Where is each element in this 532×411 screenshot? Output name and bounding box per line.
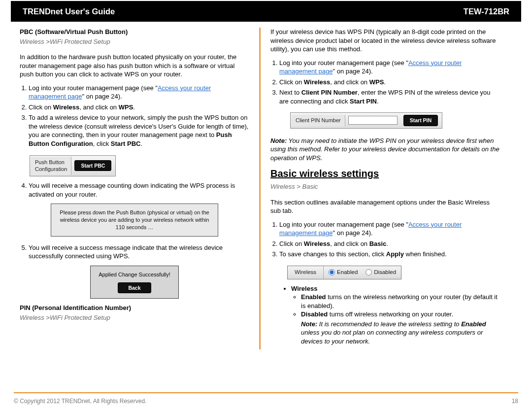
pbc-step-3: To add a wireless device to your network… (29, 113, 249, 148)
basic-steps: Log into your router management page (se… (270, 220, 500, 259)
pbc-intro: In addition to the hardware push button … (20, 53, 249, 79)
pin-intro: If your wireless device has WPS PIN (typ… (270, 28, 500, 54)
client-pin-label: Client PIN Number (292, 115, 345, 126)
pin-breadcrumb: Wireless >WiFi Protected Setup (20, 313, 249, 322)
pbc-steps: Log into your router management page (se… (20, 84, 249, 148)
pbc-step-2: Click on Wireless, and click on WPS. (29, 103, 249, 112)
back-button[interactable]: Back (118, 282, 151, 293)
basic-intro: This section outlines available manageme… (270, 198, 500, 215)
pbc-steps-cont2: You will receive a success message indic… (20, 243, 249, 261)
pbc-step-4: You will receive a message counting down… (29, 181, 249, 199)
pbc-step-1: Log into your router management page (se… (29, 84, 249, 101)
pin-step-2: Click on Wireless, and click on WPS. (279, 78, 500, 87)
pin-note: Note: You may need to initiate the WPS P… (270, 137, 500, 163)
enabled-bullet: Enabled turns on the wireless networking… (301, 293, 500, 310)
start-pin-button[interactable]: Start PIN (403, 115, 438, 126)
wireless-bullets: Wireless Enabled turns on the wireless n… (270, 284, 500, 346)
page-header: TRENDnet User's Guide TEW-712BR (11, 0, 521, 22)
left-column: PBC (Software/Virtual Push Button) Wirel… (14, 28, 255, 349)
page-number: 18 (512, 397, 518, 405)
wireless-toggle-label: Wireless (288, 266, 324, 279)
model-number: TEW-712BR (464, 6, 509, 17)
start-pbc-button[interactable]: Start PBC (74, 160, 111, 171)
enabled-radio-input[interactable] (329, 269, 335, 275)
content-columns: PBC (Software/Virtual Push Button) Wirel… (0, 22, 532, 349)
right-column: If your wireless device has WPS PIN (typ… (265, 28, 506, 349)
pin-step-1: Log into your router management page (se… (279, 59, 500, 76)
client-pin-panel: Client PIN Number Start PIN (290, 112, 442, 128)
success-panel: Applied Change Successfully! Back (90, 266, 179, 299)
column-divider (259, 28, 261, 349)
basic-wireless-heading: Basic wireless settings (270, 167, 500, 180)
basic-step-3: To save changes to this section, click A… (279, 250, 500, 259)
wireless-note: Note: It is recommended to leave the wir… (301, 320, 500, 346)
wireless-disabled-radio[interactable]: Disabled (366, 269, 396, 276)
wireless-enabled-radio[interactable]: Enabled (329, 269, 358, 276)
pin-step-3: Next to Client PIN Number, enter the WPS… (279, 88, 500, 105)
wireless-toggle-panel: Wireless Enabled Disabled (287, 266, 401, 279)
basic-breadcrumb: Wireless > Basic (270, 182, 500, 191)
basic-step-1: Log into your router management page (se… (279, 220, 500, 238)
disabled-bullet: Disabled turns off wireless networking o… (301, 310, 500, 345)
copyright: © Copyright 2012 TRENDnet. All Rights Re… (14, 397, 146, 405)
pin-steps: Log into your router management page (se… (270, 59, 500, 106)
success-message: Applied Change Successfully! (94, 271, 175, 278)
disabled-radio-input[interactable] (366, 269, 372, 275)
page-footer: © Copyright 2012 TRENDnet. All Rights Re… (14, 392, 518, 405)
pbc-breadcrumb: Wireless >WiFi Protected Setup (20, 37, 249, 46)
pbc-title: PBC (Software/Virtual Push Button) (20, 28, 249, 36)
client-pin-input[interactable] (348, 116, 398, 125)
pbc-step-5: You will receive a success message indic… (29, 243, 249, 261)
wps-countdown-message: Please press down the Push Button (physi… (51, 204, 218, 237)
wireless-bullet: Wireless Enabled turns on the wireless n… (291, 284, 500, 346)
guide-title: TRENDnet User's Guide (23, 6, 115, 17)
push-button-label: Push Button Configuration (31, 157, 71, 175)
push-button-config-panel: Push Button Configuration Start PBC (30, 155, 116, 177)
pin-title: PIN (Personal Identification Number) (20, 304, 249, 312)
basic-step-2: Click on Wireless, and click on Basic. (279, 240, 500, 248)
pbc-steps-cont: You will receive a message counting down… (20, 181, 249, 199)
